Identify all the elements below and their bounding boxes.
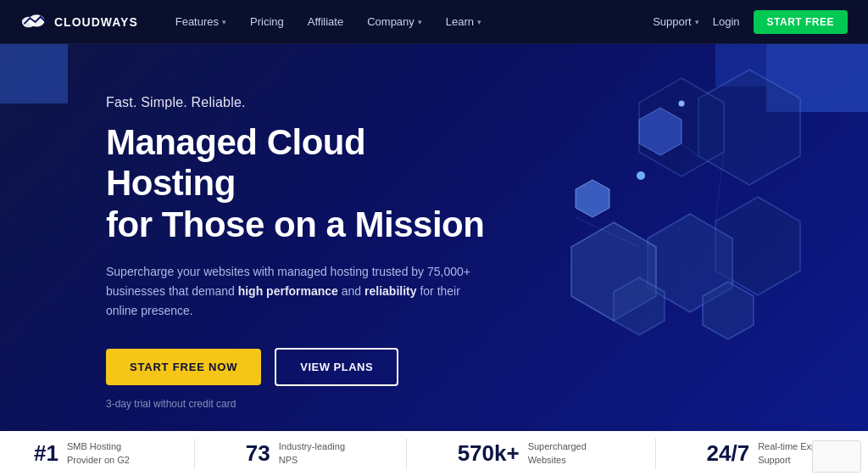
hero-content: Fast. Simple. Reliable. Managed Cloud Ho… [0,44,492,410]
stat-divider-3 [655,439,656,469]
stat-divider-2 [406,439,407,469]
stat-number-nps: 73 [246,440,270,467]
nav-pricing[interactable]: Pricing [240,10,294,33]
stat-number-rank: #1 [34,440,58,467]
chevron-down-icon: ▾ [695,18,699,26]
nav-learn[interactable]: Learn ▾ [436,10,492,33]
login-button[interactable]: Login [713,15,740,28]
chevron-down-icon: ▾ [418,18,422,26]
start-free-nav-button[interactable]: START FREE [754,10,848,34]
stat-divider-1 [194,439,195,469]
recaptcha-badge [812,440,861,473]
nav-features[interactable]: Features ▾ [165,10,236,33]
trial-note: 3-day trial without credit card [106,398,492,410]
nav-company[interactable]: Company ▾ [357,10,432,33]
stat-item-websites: 570k+ Supercharged Websites [458,440,604,467]
svg-marker-10 [576,180,609,217]
svg-point-12 [679,101,685,107]
logo-icon [20,13,47,31]
stat-item-rank: #1 SMB Hosting Provider on G2 [34,440,143,467]
hero-description: Supercharge your websites with managed h… [106,262,492,321]
stat-label-websites: Supercharged Websites [528,440,604,467]
stat-label-nps: Industry-leading NPS [279,440,355,467]
stat-item-nps: 73 Industry-leading NPS [246,440,355,467]
svg-point-11 [637,171,645,180]
hero-tagline: Fast. Simple. Reliable. [106,95,492,110]
view-plans-button[interactable]: VIEW PLANS [275,348,398,386]
chevron-down-icon: ▾ [222,18,226,26]
chevron-down-icon: ▾ [477,18,481,26]
stat-label-rank: SMB Hosting Provider on G2 [67,440,143,467]
stats-bar: #1 SMB Hosting Provider on G2 73 Industr… [0,431,868,476]
stat-number-support: 24/7 [707,440,750,467]
logo[interactable]: CLOUDWAYS [20,13,138,31]
start-free-now-button[interactable]: START FREE NOW [106,349,261,385]
brand-name: CLOUDWAYS [54,15,138,29]
nav-right: Support ▾ Login START FREE [653,10,848,34]
support-button[interactable]: Support ▾ [653,15,699,28]
stat-number-websites: 570k+ [458,440,520,467]
hero-title: Managed Cloud Hosting for Those on a Mis… [106,122,492,245]
nav-links: Features ▾ Pricing Affiliate Company ▾ L… [165,10,653,33]
hero-section: Fast. Simple. Reliable. Managed Cloud Ho… [0,44,868,431]
navbar: CLOUDWAYS Features ▾ Pricing Affiliate C… [0,0,868,44]
nav-affiliate[interactable]: Affiliate [298,10,353,33]
cta-buttons: START FREE NOW VIEW PLANS [106,348,492,386]
